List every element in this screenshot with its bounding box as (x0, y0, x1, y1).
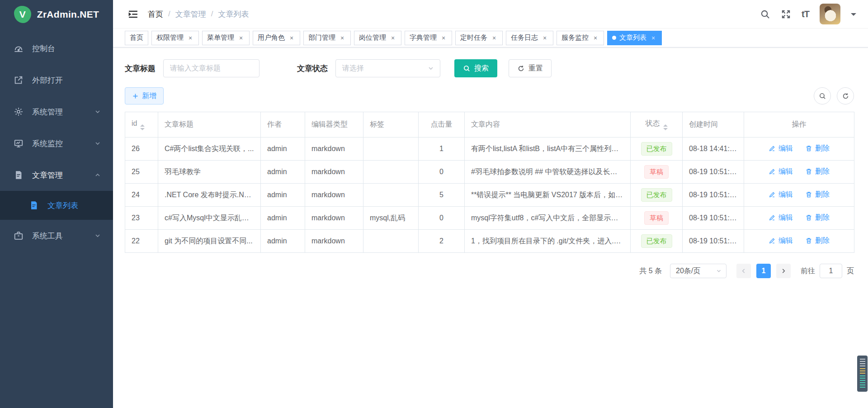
sort-caret-icon[interactable] (140, 124, 145, 130)
tab-9[interactable]: 服务监控× (557, 31, 604, 45)
column-header-8: 创建时间 (683, 112, 744, 138)
column-header-6: 文章内容 (465, 112, 631, 138)
tab-1[interactable]: 权限管理× (151, 31, 199, 45)
cell-title: 羽毛球教学 (158, 161, 261, 184)
tab-close-icon[interactable]: × (650, 34, 657, 42)
delete-button[interactable]: 删除 (805, 213, 830, 223)
edit-button[interactable]: 编辑 (769, 190, 793, 199)
tab-3[interactable]: 用户角色× (253, 31, 300, 45)
edit-button[interactable]: 编辑 (769, 144, 793, 153)
tab-close-icon[interactable]: × (389, 34, 396, 42)
sidebar-item-article-list[interactable]: 文章列表 (0, 191, 113, 220)
add-button[interactable]: 新增 (125, 87, 164, 104)
search-button[interactable]: 搜索 (454, 59, 497, 77)
caret-down-icon[interactable] (851, 13, 856, 19)
sort-caret-icon[interactable] (663, 124, 668, 130)
column-label: 作者 (267, 120, 282, 128)
cell-content: **错误提示** 当电脑更新 VS2017 版本后，如果... (465, 184, 631, 207)
logo-icon: V (14, 6, 31, 23)
goto-page-input[interactable] (820, 264, 842, 278)
breadcrumb-separator: / (211, 9, 213, 19)
edit-button[interactable]: 编辑 (769, 236, 793, 246)
sidebar-item-label: 外部打开 (32, 75, 101, 85)
delete-button[interactable]: 删除 (805, 190, 830, 199)
refresh-table-button[interactable] (837, 87, 854, 104)
tab-close-icon[interactable]: × (541, 34, 548, 42)
toolbox-icon (14, 231, 24, 241)
delete-button[interactable]: 删除 (805, 236, 830, 246)
top-navbar: 首页 / 文章管理 / 文章列表 tT (113, 0, 868, 28)
tab-8[interactable]: 任务日志× (506, 31, 553, 45)
tab-0[interactable]: 首页 (125, 31, 148, 45)
tab-close-icon[interactable]: × (187, 34, 194, 42)
column-label: 操作 (792, 120, 807, 128)
trash-icon (805, 214, 812, 221)
menu-fold-icon[interactable] (127, 9, 139, 20)
delete-button[interactable]: 删除 (805, 144, 830, 153)
cell-status: 草稿 (631, 161, 683, 184)
status-badge: 草稿 (644, 165, 669, 179)
delete-button[interactable]: 删除 (805, 167, 830, 176)
cell-actions: 编辑删除 (744, 138, 854, 161)
avatar[interactable] (820, 4, 840, 24)
tab-close-icon[interactable]: × (288, 34, 295, 42)
table-row: 24.NET Core 发布时提示.NET...adminmarkdown5**… (125, 184, 854, 207)
sidebar-item-system-tools[interactable]: 系统工具 (0, 220, 113, 251)
sidebar-item-system-monitor[interactable]: 系统监控 (0, 128, 113, 159)
tab-2[interactable]: 菜单管理× (202, 31, 250, 45)
page-size-select[interactable]: 20条/页 (670, 264, 726, 278)
submenu-article-manage: 文章列表 (0, 191, 113, 220)
article-title-input[interactable] (163, 59, 259, 77)
edit-button[interactable]: 编辑 (769, 167, 793, 176)
next-page-button[interactable] (776, 264, 791, 278)
reset-button[interactable]: 重置 (509, 59, 552, 77)
article-status-select[interactable]: 请选择 (335, 59, 440, 77)
tab-6[interactable]: 字典管理× (405, 31, 452, 45)
cell-content: 有两个list,listA 和listB，listA中有三个属性列为St... (465, 138, 631, 161)
cell-id: 25 (125, 161, 158, 184)
tab-close-icon[interactable]: × (237, 34, 245, 42)
table-tools (814, 87, 854, 104)
tab-10-active[interactable]: 文章列表× (607, 31, 662, 45)
tab-5[interactable]: 岗位管理× (354, 31, 401, 45)
column-header-7[interactable]: 状态 (631, 112, 683, 138)
sidebar-item-dashboard[interactable]: 控制台 (0, 33, 113, 64)
article-title-label: 文章标题 (125, 63, 156, 74)
chevron-down-icon (94, 232, 101, 239)
search-icon[interactable] (760, 9, 770, 19)
tab-7[interactable]: 定时任务× (455, 31, 503, 45)
toggle-search-button[interactable] (814, 87, 831, 104)
breadcrumb: 首页 / 文章管理 / 文章列表 (148, 9, 249, 19)
edit-button[interactable]: 编辑 (769, 213, 793, 223)
tab-close-icon[interactable]: × (491, 34, 498, 42)
cell-editor-type: markdown (305, 138, 363, 161)
prev-page-button[interactable] (736, 264, 751, 278)
cell-id: 26 (125, 138, 158, 161)
sidebar-item-article-manage[interactable]: 文章管理 (0, 159, 113, 191)
sidebar-item-external-open[interactable]: 外部打开 (0, 64, 113, 96)
column-header-0[interactable]: id (125, 112, 158, 138)
refresh-icon (517, 65, 525, 72)
cell-editor-type: markdown (305, 207, 363, 230)
tab-close-icon[interactable]: × (592, 34, 599, 42)
pencil-icon (769, 237, 776, 244)
pagination-goto: 前往 页 (801, 264, 854, 278)
sidebar-item-label: 系统工具 (32, 231, 94, 241)
tab-close-icon[interactable]: × (440, 34, 447, 42)
breadcrumb-item[interactable]: 文章管理 (175, 9, 206, 19)
cell-created-time: 08-19 10:51:27 (683, 184, 744, 207)
font-size-icon[interactable]: tT (802, 9, 809, 19)
page-number-button[interactable]: 1 (756, 264, 771, 278)
sidebar-item-label: 文章列表 (47, 200, 101, 211)
breadcrumb-item[interactable]: 文章列表 (218, 9, 249, 19)
cell-author: admin (261, 138, 305, 161)
plus-icon (132, 93, 139, 100)
status-badge: 已发布 (641, 188, 672, 202)
breadcrumb-separator: / (168, 9, 170, 19)
sidebar-item-system-manage[interactable]: 系统管理 (0, 96, 113, 128)
breadcrumb-item[interactable]: 首页 (148, 9, 163, 19)
tab-4[interactable]: 部门管理× (303, 31, 351, 45)
cell-tags (363, 230, 419, 253)
tab-close-icon[interactable]: × (339, 34, 346, 42)
fullscreen-icon[interactable] (781, 9, 791, 19)
